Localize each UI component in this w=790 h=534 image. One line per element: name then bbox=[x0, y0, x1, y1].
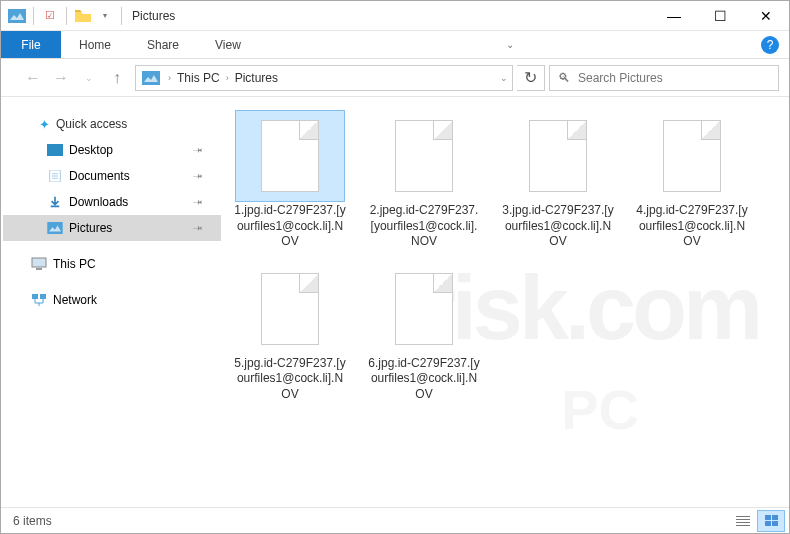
tab-share[interactable]: Share bbox=[129, 31, 197, 58]
properties-icon[interactable]: ☑ bbox=[40, 6, 60, 26]
breadcrumb[interactable]: › This PC › Pictures ⌄ bbox=[135, 65, 513, 91]
pictures-icon bbox=[142, 71, 160, 85]
qat-divider bbox=[121, 7, 122, 25]
pin-icon: 📌︎ bbox=[191, 169, 206, 184]
documents-icon bbox=[47, 170, 63, 182]
sidebar-item-label: Downloads bbox=[69, 195, 128, 209]
svg-rect-13 bbox=[32, 294, 38, 299]
sidebar-item-label: Desktop bbox=[69, 143, 113, 157]
generic-file-icon bbox=[529, 120, 587, 192]
chevron-right-icon[interactable]: › bbox=[226, 73, 229, 83]
sidebar-item-documents[interactable]: Documents 📌︎ bbox=[3, 163, 221, 189]
sidebar-item-label: This PC bbox=[53, 257, 96, 271]
svg-rect-4 bbox=[47, 144, 63, 156]
qat-dropdown-icon[interactable]: ▾ bbox=[95, 6, 115, 26]
breadcrumb-pictures[interactable]: Pictures bbox=[235, 71, 278, 85]
sidebar-item-label: Network bbox=[53, 293, 97, 307]
close-button[interactable]: ✕ bbox=[743, 1, 789, 31]
pin-icon: 📌︎ bbox=[191, 143, 206, 158]
generic-file-icon bbox=[395, 273, 453, 345]
sidebar-item-desktop[interactable]: Desktop 📌︎ bbox=[3, 137, 221, 163]
this-pc-icon bbox=[31, 257, 47, 271]
titlebar: ☑ ▾ Pictures — ☐ ✕ bbox=[1, 1, 789, 31]
downloads-icon bbox=[47, 196, 63, 208]
search-icon: 🔍︎ bbox=[558, 71, 570, 85]
file-item[interactable]: 2.jpeg.id-C279F237.[yourfiles1@cock.li].… bbox=[367, 111, 481, 250]
refresh-button[interactable]: ↻ bbox=[517, 65, 545, 91]
search-placeholder: Search Pictures bbox=[578, 71, 663, 85]
file-item[interactable]: 5.jpg.id-C279F237.[yourfiles1@cock.li].N… bbox=[233, 264, 347, 403]
svg-rect-14 bbox=[40, 294, 46, 299]
file-name-label: 1.jpg.id-C279F237.[yourfiles1@cock.li].N… bbox=[233, 203, 347, 250]
chevron-right-icon[interactable]: › bbox=[168, 73, 171, 83]
ribbon: File Home Share View ⌄ ? bbox=[1, 31, 789, 59]
pictures-icon bbox=[47, 222, 63, 234]
generic-file-icon bbox=[261, 273, 319, 345]
network-icon bbox=[31, 293, 47, 307]
pin-icon: 📌︎ bbox=[191, 221, 206, 236]
file-icon-wrap bbox=[638, 111, 746, 201]
generic-file-icon bbox=[261, 120, 319, 192]
sidebar-item-pictures[interactable]: Pictures 📌︎ bbox=[3, 215, 221, 241]
forward-button[interactable]: → bbox=[47, 64, 75, 92]
address-dropdown-icon[interactable]: ⌄ bbox=[500, 73, 508, 83]
sidebar-label: Quick access bbox=[56, 117, 127, 131]
file-icon-wrap bbox=[504, 111, 612, 201]
svg-rect-0 bbox=[8, 9, 26, 23]
item-count: 6 items bbox=[13, 514, 52, 528]
sidebar-item-downloads[interactable]: Downloads 📌︎ bbox=[3, 189, 221, 215]
file-icon-wrap bbox=[370, 111, 478, 201]
view-toggles bbox=[729, 510, 785, 532]
generic-file-icon bbox=[395, 120, 453, 192]
statusbar: 6 items bbox=[1, 507, 789, 533]
details-view-button[interactable] bbox=[729, 510, 757, 532]
tab-home[interactable]: Home bbox=[61, 31, 129, 58]
star-icon: ✦ bbox=[39, 117, 50, 132]
window-title: Pictures bbox=[132, 9, 175, 23]
ribbon-expand-icon[interactable]: ⌄ bbox=[500, 31, 520, 58]
sidebar-item-label: Documents bbox=[69, 169, 130, 183]
file-item[interactable]: 3.jpg.id-C279F237.[yourfiles1@cock.li].N… bbox=[501, 111, 615, 250]
window-controls: — ☐ ✕ bbox=[651, 1, 789, 31]
svg-rect-2 bbox=[142, 71, 160, 85]
help-icon[interactable]: ? bbox=[761, 36, 779, 54]
generic-file-icon bbox=[663, 120, 721, 192]
breadcrumb-this-pc[interactable]: This PC bbox=[177, 71, 220, 85]
file-tab[interactable]: File bbox=[1, 31, 61, 58]
navigation-pane: ✦ Quick access Desktop 📌︎ Documents 📌︎ D… bbox=[1, 97, 223, 507]
desktop-icon bbox=[47, 144, 63, 156]
maximize-button[interactable]: ☐ bbox=[697, 1, 743, 31]
file-icon-wrap bbox=[370, 264, 478, 354]
tab-view[interactable]: View bbox=[197, 31, 259, 58]
sidebar-item-label: Pictures bbox=[69, 221, 112, 235]
up-button[interactable]: ↑ bbox=[103, 64, 131, 92]
file-icon-wrap bbox=[236, 111, 344, 201]
search-input[interactable]: 🔍︎ Search Pictures bbox=[549, 65, 779, 91]
sidebar-item-this-pc[interactable]: This PC bbox=[3, 251, 221, 277]
address-bar: ← → ⌄ ↑ › This PC › Pictures ⌄ ↻ 🔍︎ Sear… bbox=[1, 59, 789, 97]
file-icon-wrap bbox=[236, 264, 344, 354]
file-item[interactable]: 1.jpg.id-C279F237.[yourfiles1@cock.li].N… bbox=[233, 111, 347, 250]
svg-rect-11 bbox=[32, 258, 46, 267]
file-item[interactable]: 4.jpg.id-C279F237.[yourfiles1@cock.li].N… bbox=[635, 111, 749, 250]
pictures-folder-icon[interactable] bbox=[7, 6, 27, 26]
file-list[interactable]: risk.com PC 1.jpg.id-C279F237.[yourfiles… bbox=[223, 97, 789, 507]
qat-divider bbox=[33, 7, 34, 25]
large-icons-view-button[interactable] bbox=[757, 510, 785, 532]
sidebar-item-network[interactable]: Network bbox=[3, 287, 221, 313]
sidebar-quick-access[interactable]: ✦ Quick access bbox=[3, 111, 221, 137]
file-name-label: 3.jpg.id-C279F237.[yourfiles1@cock.li].N… bbox=[501, 203, 615, 250]
file-name-label: 6.jpg.id-C279F237.[yourfiles1@cock.li].N… bbox=[367, 356, 481, 403]
recent-locations-icon[interactable]: ⌄ bbox=[75, 64, 103, 92]
file-item[interactable]: 6.jpg.id-C279F237.[yourfiles1@cock.li].N… bbox=[367, 264, 481, 403]
quick-access-toolbar: ☑ ▾ bbox=[7, 6, 126, 26]
minimize-button[interactable]: — bbox=[651, 1, 697, 31]
svg-rect-9 bbox=[47, 222, 62, 234]
pin-icon: 📌︎ bbox=[191, 195, 206, 210]
folder-icon[interactable] bbox=[73, 6, 93, 26]
qat-divider bbox=[66, 7, 67, 25]
file-name-label: 5.jpg.id-C279F237.[yourfiles1@cock.li].N… bbox=[233, 356, 347, 403]
file-name-label: 2.jpeg.id-C279F237.[yourfiles1@cock.li].… bbox=[367, 203, 481, 250]
watermark-pc: PC bbox=[561, 377, 639, 442]
back-button[interactable]: ← bbox=[19, 64, 47, 92]
